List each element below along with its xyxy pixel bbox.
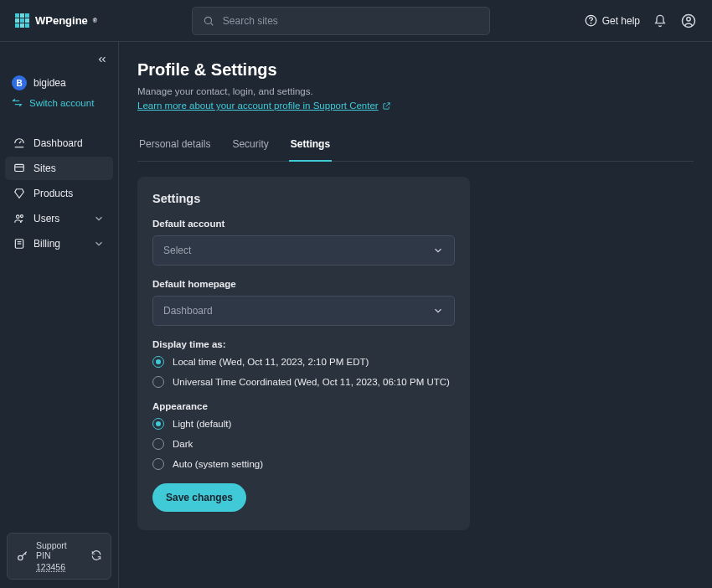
radio-appearance-auto[interactable]: Auto (system setting) bbox=[152, 458, 455, 470]
refresh-icon bbox=[90, 549, 102, 561]
search-input[interactable] bbox=[223, 15, 479, 27]
sidebar: B bigidea Switch account Dashboard Sites bbox=[0, 42, 119, 588]
refresh-pin-button[interactable] bbox=[90, 549, 102, 564]
svg-point-0 bbox=[204, 17, 211, 23]
logo-icon bbox=[15, 13, 30, 28]
account-menu-button[interactable] bbox=[680, 13, 697, 29]
main-content: Profile & Settings Manage your contact, … bbox=[119, 42, 712, 588]
radio-dot-icon bbox=[152, 438, 164, 450]
chevron-down-icon bbox=[93, 238, 105, 250]
save-button[interactable]: Save changes bbox=[152, 483, 246, 512]
chevron-down-icon bbox=[93, 213, 105, 224]
support-pin-value[interactable]: 123456 bbox=[36, 562, 84, 572]
search-input-wrap[interactable] bbox=[192, 7, 490, 35]
gauge-icon bbox=[13, 137, 25, 149]
bell-icon bbox=[653, 14, 667, 28]
billing-icon bbox=[13, 238, 25, 250]
user-circle-icon bbox=[681, 13, 696, 28]
tabs: Personal details Security Settings bbox=[137, 130, 694, 162]
radio-dot-icon bbox=[152, 356, 164, 368]
get-help-link[interactable]: Get help bbox=[585, 14, 640, 27]
settings-heading: Settings bbox=[152, 192, 455, 205]
radio-dot-icon bbox=[152, 418, 164, 430]
radio-appearance-light[interactable]: Light (default) bbox=[152, 418, 455, 430]
default-account-select[interactable]: Select bbox=[152, 235, 455, 266]
chevron-down-icon bbox=[432, 305, 444, 317]
radio-appearance-dark[interactable]: Dark bbox=[152, 438, 455, 450]
svg-point-13 bbox=[18, 555, 23, 560]
appearance-group: Light (default) Dark Auto (system settin… bbox=[152, 418, 455, 470]
key-icon bbox=[16, 549, 29, 563]
help-icon bbox=[585, 14, 597, 27]
svg-point-5 bbox=[687, 17, 691, 21]
sidebar-item-sites[interactable]: Sites bbox=[5, 157, 113, 180]
tab-security[interactable]: Security bbox=[230, 130, 270, 162]
account-name: bigidea bbox=[34, 77, 66, 89]
appearance-label: Appearance bbox=[152, 401, 455, 411]
radio-dot-icon bbox=[152, 458, 164, 470]
page-subtitle: Manage your contact, login, and settings… bbox=[137, 86, 694, 96]
swap-icon bbox=[12, 97, 23, 108]
avatar: B bbox=[12, 75, 27, 90]
default-account-label: Default account bbox=[152, 219, 455, 229]
chevron-double-left-icon bbox=[96, 54, 108, 65]
svg-point-3 bbox=[591, 23, 591, 23]
sidebar-item-dashboard[interactable]: Dashboard bbox=[5, 132, 113, 155]
svg-rect-6 bbox=[15, 164, 24, 171]
default-homepage-label: Default homepage bbox=[152, 279, 455, 289]
search-icon bbox=[203, 15, 214, 27]
learn-more-link[interactable]: Learn more about your account profile in… bbox=[137, 101, 391, 111]
page-title: Profile & Settings bbox=[137, 60, 694, 80]
default-homepage-select[interactable]: Dashboard bbox=[152, 296, 455, 326]
support-pin-label: Support PIN bbox=[36, 540, 84, 560]
brand-name: WPengine bbox=[35, 14, 88, 27]
settings-card: Settings Default account Select Default … bbox=[137, 177, 470, 530]
users-icon bbox=[13, 213, 25, 224]
external-link-icon bbox=[382, 101, 391, 111]
notifications-button[interactable] bbox=[652, 13, 668, 29]
topbar: WPengine® Get help bbox=[0, 0, 712, 42]
svg-point-9 bbox=[20, 215, 23, 218]
diamond-icon bbox=[13, 188, 25, 199]
svg-point-8 bbox=[17, 215, 20, 219]
sites-icon bbox=[13, 162, 25, 174]
radio-dot-icon bbox=[152, 376, 164, 388]
radio-local-time[interactable]: Local time (Wed, Oct 11, 2023, 2:10 PM E… bbox=[152, 356, 455, 368]
svg-line-1 bbox=[211, 23, 214, 25]
display-time-label: Display time as: bbox=[152, 339, 455, 349]
sidebar-item-products[interactable]: Products bbox=[5, 182, 113, 205]
tab-personal-details[interactable]: Personal details bbox=[137, 130, 212, 162]
chevron-down-icon bbox=[432, 245, 444, 256]
support-pin-card: Support PIN 123456 bbox=[7, 533, 111, 580]
collapse-sidebar-button[interactable] bbox=[5, 50, 113, 72]
brand-logo[interactable]: WPengine® bbox=[15, 13, 97, 28]
display-time-group: Local time (Wed, Oct 11, 2023, 2:10 PM E… bbox=[152, 356, 455, 388]
radio-utc-time[interactable]: Universal Time Coordinated (Wed, Oct 11,… bbox=[152, 376, 455, 388]
sidebar-item-users[interactable]: Users bbox=[5, 207, 113, 230]
tab-settings[interactable]: Settings bbox=[289, 130, 332, 162]
footer: © 2021 WP Engine, Inc. All Rights Reserv… bbox=[119, 540, 712, 588]
sidebar-item-billing[interactable]: Billing bbox=[5, 232, 113, 255]
current-account[interactable]: B bigidea bbox=[12, 75, 106, 90]
switch-account-link[interactable]: Switch account bbox=[12, 97, 106, 108]
